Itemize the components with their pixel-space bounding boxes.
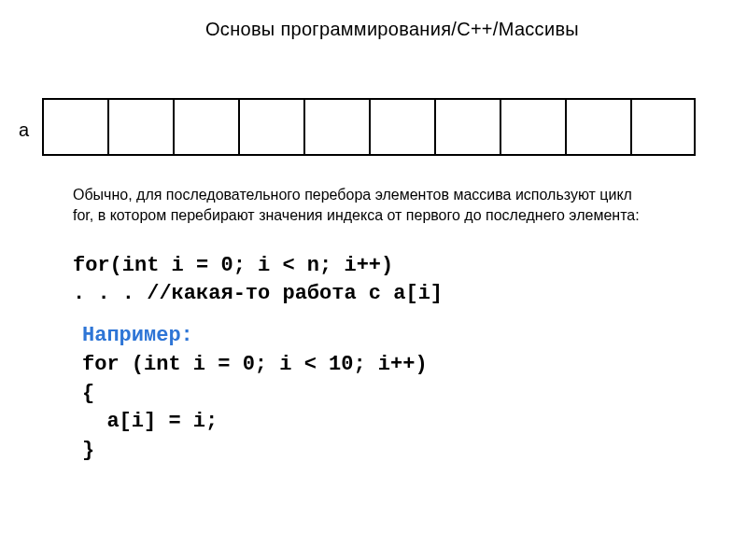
paragraph-description: Обычно, для последовательного перебора э… (73, 185, 652, 227)
example-code-line: } (82, 437, 428, 466)
array-cell (303, 98, 369, 156)
breadcrumb: Основы программирования/C++/Массивы (205, 19, 579, 40)
array-cell (630, 98, 696, 156)
array-cell (565, 98, 630, 156)
array-cell (369, 98, 434, 156)
code-comment: . . . //какая-то работа с a[i] (73, 282, 443, 305)
example-code-line: a[i] = i; (82, 408, 428, 437)
example-heading: Например: (82, 322, 428, 351)
array-cell (434, 98, 500, 156)
code-example: Например: for (int i = 0; i < 10; i++) {… (82, 322, 428, 466)
array-cell (107, 98, 173, 156)
array-cell (42, 98, 107, 156)
array-variable-label: a (19, 119, 29, 141)
array-diagram (42, 98, 696, 156)
example-code-line: { (82, 380, 428, 409)
example-code-line: for (int i = 0; i < 10; i++) (82, 351, 428, 380)
code-forloop-generic: for(int i = 0; i < n; i++) (73, 254, 393, 277)
array-cell (238, 98, 303, 156)
array-cell (500, 98, 565, 156)
array-cell (173, 98, 238, 156)
